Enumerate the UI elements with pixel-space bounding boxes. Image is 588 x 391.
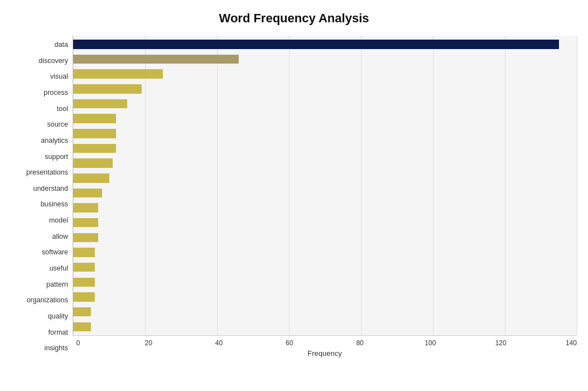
x-axis-labels: 020406080100120140 [73, 336, 577, 347]
grid-line [577, 36, 577, 335]
bar [73, 55, 239, 64]
chart-area: datadiscoveryvisualprocesstoolsourceanal… [11, 36, 577, 358]
bar-row [73, 230, 577, 245]
bar-row [73, 305, 577, 320]
y-label: tool [57, 105, 68, 113]
bar-row [73, 289, 577, 305]
y-label: insights [45, 345, 68, 352]
bar [73, 203, 98, 213]
y-label: data [55, 41, 68, 49]
bar-row [73, 200, 577, 215]
bar-row [73, 96, 577, 112]
y-label: allow [52, 233, 69, 240]
y-label: source [47, 121, 68, 128]
x-axis-container: 020406080100120140 Frequency [73, 336, 577, 358]
bar [73, 99, 127, 109]
bar [73, 218, 98, 228]
bar-row [73, 245, 577, 260]
bar-row [73, 66, 577, 81]
bar [73, 69, 163, 79]
chart-container: Word Frequency Analysis datadiscoveryvis… [0, 0, 588, 391]
y-label: analytics [41, 137, 68, 144]
x-tick-label: 0 [73, 339, 84, 347]
y-label: quality [48, 313, 68, 320]
bar-row [73, 111, 577, 126]
x-tick-label: 60 [284, 339, 295, 347]
y-label: presentations [26, 169, 68, 176]
x-tick-label: 140 [566, 339, 577, 347]
bar [73, 263, 95, 272]
y-label: pattern [46, 281, 68, 288]
y-label: visual [50, 73, 68, 80]
y-label: software [42, 249, 68, 256]
bar [73, 292, 95, 302]
y-label: discovery [38, 57, 68, 65]
y-label: support [45, 153, 68, 161]
bar-row [73, 260, 577, 275]
y-label: useful [50, 265, 68, 272]
bar [73, 158, 113, 168]
bar-row [73, 141, 577, 156]
y-labels: datadiscoveryvisualprocesstoolsourceanal… [11, 36, 73, 358]
bar [73, 173, 109, 183]
y-label: understand [33, 185, 68, 192]
bar-row [73, 319, 577, 334]
bar [73, 114, 116, 123]
y-label: model [49, 217, 68, 224]
bar [73, 248, 95, 257]
x-tick-label: 20 [143, 339, 154, 347]
x-tick-label: 120 [495, 339, 507, 347]
x-axis-title: Frequency [73, 349, 577, 358]
bar [73, 144, 116, 153]
bar-row [73, 156, 577, 171]
bar-row [73, 52, 577, 67]
x-tick-label: 40 [214, 339, 225, 347]
bar [73, 40, 559, 49]
bar-row [73, 81, 577, 96]
y-label: business [41, 201, 68, 208]
bar-row [73, 37, 577, 52]
y-label: organizations [27, 297, 68, 304]
y-label: process [44, 89, 68, 96]
bar-row [73, 171, 577, 186]
bar-row [73, 126, 577, 141]
x-tick-label: 100 [425, 339, 436, 347]
bars-wrapper [73, 36, 577, 335]
y-label: format [49, 329, 68, 336]
bar [73, 278, 95, 287]
bar [73, 322, 91, 332]
bar [73, 84, 142, 94]
bar [73, 129, 116, 138]
bar-row [73, 215, 577, 230]
bar [73, 233, 98, 243]
bars-and-grid: 020406080100120140 Frequency [73, 36, 577, 358]
chart-title: Word Frequency Analysis [219, 11, 369, 26]
x-tick-label: 80 [354, 339, 365, 347]
bar [73, 189, 102, 198]
bar-row [73, 275, 577, 290]
grid-and-bars [73, 36, 577, 336]
bar-row [73, 186, 577, 201]
bar [73, 307, 91, 317]
